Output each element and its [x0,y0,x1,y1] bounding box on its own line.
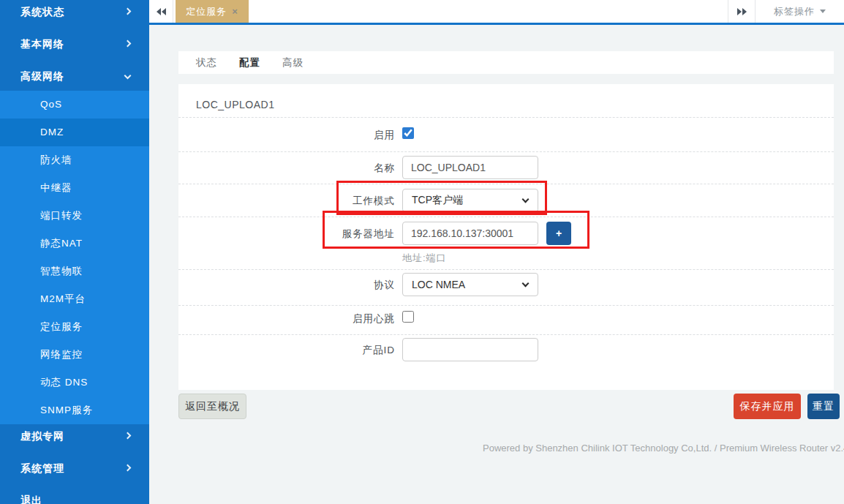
subtab-advanced[interactable]: 高级 [275,56,311,69]
sidebar-item-dmz[interactable]: DMZ [0,119,149,146]
scroll-tabs-left-button[interactable] [149,0,173,23]
sidebar-item-basic-network[interactable]: 基本网络 [0,32,149,64]
work-mode-value: TCP客户端 [412,194,463,207]
sidebar-item-dynamic-dns[interactable]: 动态 DNS [0,369,149,396]
add-server-button[interactable]: + [546,222,571,245]
server-address-hint: 地址:端口 [402,252,447,265]
protocol-value: LOC NMEA [412,279,465,290]
sidebar-item-location-service[interactable]: 定位服务 [0,313,149,341]
chevron-right-icon [124,40,132,48]
sidebar-item-label: 虚拟专网 [20,430,64,443]
tab-location-service[interactable]: 定位服务 × [176,0,249,23]
heartbeat-checkbox[interactable] [402,311,414,323]
save-and-apply-button[interactable]: 保存并应用 [734,394,801,419]
sidebar: 系统状态 基本网络 高级网络 QoS DMZ 防火墙 中继器 端口转发 静态NA… [0,0,149,504]
row-divider [178,269,834,270]
chevron-down-icon [124,72,132,80]
server-address-input[interactable] [402,222,538,245]
sidebar-item-label: 高级网络 [20,70,64,83]
caret-down-icon [820,10,826,13]
sidebar-item-m2m-platform[interactable]: M2M平台 [0,285,149,313]
sidebar-item-label: 退出 [20,494,42,504]
row-divider [178,151,834,152]
advanced-network-submenu: QoS DMZ 防火墙 中继器 端口转发 静态NAT 智慧物联 M2M平台 定位… [0,91,149,424]
config-form-card: LOC_UPLOAD1 启用 名称 工作模式 TCP客户端 服务器地址 + 地址… [178,84,834,390]
row-divider [178,117,834,118]
back-to-overview-button[interactable]: 返回至概况 [178,394,246,419]
sidebar-item-snmp-service[interactable]: SNMP服务 [0,396,149,424]
double-left-arrow-icon [157,8,161,15]
sidebar-item-repeater[interactable]: 中继器 [0,174,149,202]
enable-checkbox[interactable] [402,127,414,139]
chevron-right-icon [124,8,132,15]
sidebar-item-label: 系统管理 [20,462,64,475]
row-divider [178,305,834,306]
scroll-tabs-right-button[interactable] [728,0,756,23]
close-tab-icon[interactable]: × [232,7,238,16]
page-subtabs: 状态 配置 高级 [178,51,834,74]
heartbeat-label: 启用心跳 [178,312,395,326]
tab-label: 定位服务 [186,5,227,18]
chevron-right-icon [124,432,132,440]
sidebar-item-network-monitor[interactable]: 网络监控 [0,341,149,369]
subtab-status[interactable]: 状态 [189,56,225,69]
tag-operations-label: 标签操作 [774,5,815,18]
sidebar-item-qos[interactable]: QoS [0,91,149,119]
tab-bar: 定位服务 × 标签操作 [149,0,844,25]
reset-button[interactable]: 重置 [807,394,840,419]
sidebar-item-label: 基本网络 [20,38,64,51]
tag-operations-dropdown[interactable]: 标签操作 [756,0,844,23]
sidebar-item-smart-iot[interactable]: 智慧物联 [0,257,149,285]
row-divider [178,334,834,335]
enable-label: 启用 [178,129,395,142]
chevron-down-icon [522,280,530,287]
footer-text: Powered by Shenzhen Chilink IOT Technolo… [483,443,844,454]
work-mode-select[interactable]: TCP客户端 [402,189,538,212]
protocol-label: 协议 [178,279,395,292]
sidebar-item-vpn[interactable]: 虚拟专网 [0,424,149,456]
subtab-config[interactable]: 配置 [232,56,268,69]
work-mode-label: 工作模式 [178,195,395,208]
sidebar-item-firewall[interactable]: 防火墙 [0,146,149,174]
product-id-label: 产品ID [178,344,395,357]
row-divider [178,184,834,184]
tab-bar-spacer [249,0,728,23]
sidebar-item-logout[interactable]: 退出 [0,489,149,504]
double-right-arrow-icon [737,8,742,15]
sidebar-item-system-management[interactable]: 系统管理 [0,456,149,489]
chevron-down-icon [522,196,530,203]
sidebar-item-system-status[interactable]: 系统状态 [0,0,149,32]
section-title: LOC_UPLOAD1 [196,99,274,110]
server-address-label: 服务器地址 [178,227,395,241]
name-input[interactable] [402,156,538,179]
row-divider [178,217,834,217]
protocol-select[interactable]: LOC NMEA [402,273,538,296]
sidebar-item-port-forwarding[interactable]: 端口转发 [0,202,149,230]
product-id-input[interactable] [402,338,538,361]
name-label: 名称 [178,162,395,175]
sidebar-item-label: 系统状态 [20,6,64,19]
sidebar-item-static-nat[interactable]: 静态NAT [0,230,149,257]
chevron-right-icon [124,464,132,472]
